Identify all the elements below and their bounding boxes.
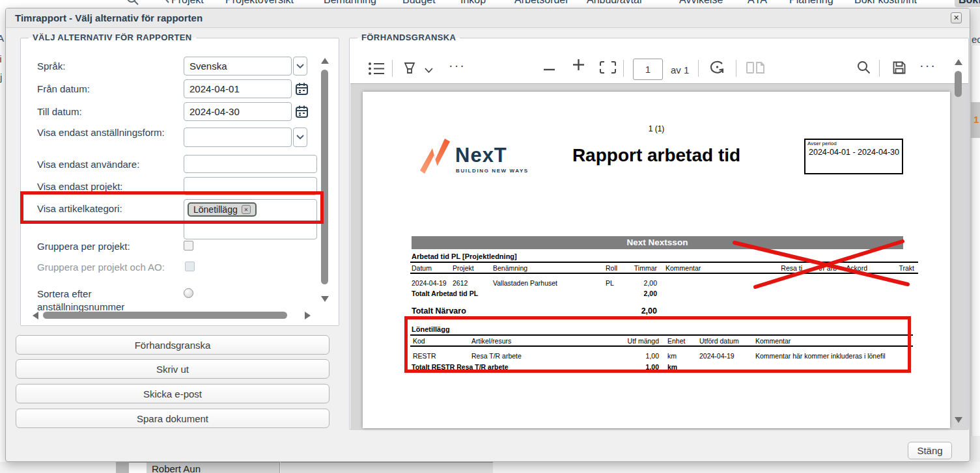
menu-item-projektoversikt[interactable]: Projektöversikt <box>225 0 294 7</box>
toolbar-divider <box>623 60 624 77</box>
from-date-label: Från datum: <box>37 83 90 96</box>
table-cell: 2024-04-19 <box>699 352 735 360</box>
col-header: Trakt <box>882 264 914 272</box>
col-header: Enhet <box>667 337 685 345</box>
attendance-total-value: 2,00 <box>618 306 657 316</box>
more-options-icon[interactable]: ··· <box>919 58 936 73</box>
menu-item-anbudavtal[interactable]: Anbud/avtal <box>587 0 642 7</box>
period-label: Avser period <box>807 141 837 146</box>
user-filter-input[interactable] <box>184 155 317 173</box>
menu-item-projekt[interactable]: Projekt <box>171 0 204 7</box>
tag-remove-icon[interactable]: ✕ <box>242 205 251 214</box>
zoom-in-icon[interactable] <box>573 59 584 72</box>
bg-fragment-left-1: A <box>0 33 4 44</box>
to-date-label: Till datum: <box>37 105 82 118</box>
table-cell: 2,00 <box>624 279 657 287</box>
options-vertical-scrollbar[interactable] <box>319 55 330 309</box>
from-date-input[interactable] <box>184 79 292 98</box>
col-header: Artikel/resurs <box>471 337 511 345</box>
menu-item-avvikelse[interactable]: Avvikelse <box>679 0 723 7</box>
bg-bottom-gap <box>129 462 147 473</box>
person-header-band: Next Nextsson <box>412 236 903 249</box>
sort-by-employment-radio[interactable] <box>184 288 193 298</box>
time-section-title: Arbetad tid PL [Projektledning] <box>412 252 517 260</box>
scrollbar-thumb[interactable] <box>955 71 962 97</box>
table-cell: Kommentar här kommer inkluderas i lönefi… <box>755 352 886 360</box>
menu-item-inkop[interactable]: Inköp <box>460 0 486 7</box>
page-count-label: av 1 <box>671 64 689 75</box>
col-header: Projekt <box>453 264 474 272</box>
scroll-up-icon[interactable] <box>321 58 329 64</box>
preview-vertical-scrollbar[interactable] <box>953 55 964 429</box>
scrollbar-thumb[interactable] <box>321 70 328 284</box>
scroll-down-icon[interactable] <box>321 296 329 302</box>
report-page-indicator: 1 (1) <box>363 124 950 133</box>
scrollbar-thumb[interactable] <box>43 312 287 319</box>
menu-item-planering[interactable]: Planering <box>789 0 833 7</box>
sort-by-employment-label: Sortera efter anställningsnummer <box>37 288 174 314</box>
col-header: t/r arb <box>804 264 837 272</box>
email-button[interactable]: Skicka e-post <box>16 384 329 403</box>
table-cell: 2612 <box>453 279 468 287</box>
page-number-input[interactable] <box>633 59 663 80</box>
calendar-icon[interactable] <box>295 105 309 118</box>
project-filter-input[interactable] <box>184 177 317 195</box>
bg-bottom-user-cell: Robert Aun <box>147 462 280 473</box>
menu-item-bemanning[interactable]: Bemanning <box>324 0 376 7</box>
options-horizontal-scrollbar[interactable] <box>31 310 315 321</box>
fit-page-icon[interactable] <box>599 61 617 76</box>
close-icon[interactable]: ✕ <box>951 12 962 23</box>
print-button[interactable]: Skriv ut <box>16 359 329 379</box>
save-icon[interactable] <box>892 61 906 77</box>
attendance-total-label: Totalt Närvaro <box>412 306 466 316</box>
toolbar-divider <box>736 60 736 77</box>
timrapport-dialog: Timrapport - Välj alternativ för rapport… <box>5 8 970 462</box>
scroll-up-icon[interactable] <box>955 59 962 65</box>
table-cell: RESTR <box>413 352 436 360</box>
employment-label: Visa endast anställningsform: <box>37 126 167 139</box>
employment-dropdown-button[interactable] <box>293 128 307 147</box>
calendar-icon[interactable] <box>295 82 309 96</box>
period-value: 2024-04-01 - 2024-04-30 <box>808 147 899 157</box>
group-project-checkbox[interactable] <box>184 241 193 250</box>
language-dropdown-button[interactable] <box>293 57 307 75</box>
to-date-input[interactable] <box>184 102 292 121</box>
language-select[interactable] <box>184 57 292 75</box>
col-header: Ackord <box>835 264 867 272</box>
partial-icon[interactable] <box>160 0 170 7</box>
search-icon[interactable] <box>126 0 140 7</box>
bg-fragment-right-text: ec <box>972 34 980 45</box>
two-page-view-icon[interactable] <box>746 61 764 77</box>
col-header: Utförd datum <box>699 337 739 345</box>
group-project-ao-checkbox[interactable] <box>185 262 195 271</box>
scroll-left-icon[interactable] <box>33 312 38 319</box>
pdf-viewer-area: 1 (1) NexT BUILDING NEW WAYS Rapport arb… <box>350 84 968 430</box>
preview-button[interactable]: Förhandsgranska <box>16 335 329 355</box>
close-dialog-button[interactable]: Stäng <box>908 442 952 459</box>
bg-fragment-left-2: ti <box>0 53 2 64</box>
category-filter-input[interactable]: Lönetillägg ✕ <box>184 199 317 239</box>
salary-total-unit: km <box>667 363 677 371</box>
menu-item-arbetsorder[interactable]: Arbetsorder <box>514 0 569 7</box>
salary-section-title: Lönetillägg <box>412 325 450 333</box>
chevron-down-icon <box>296 64 304 69</box>
bg-bottom-gray <box>281 462 493 473</box>
scroll-right-icon[interactable] <box>305 312 311 319</box>
toggle-sidebar-icon[interactable] <box>368 62 385 77</box>
more-tools-icon[interactable]: ··· <box>449 58 466 73</box>
time-total-value: 2,00 <box>624 290 657 297</box>
toolbar-divider <box>879 60 880 77</box>
menu-item-budget[interactable]: Budget <box>402 0 436 7</box>
col-header: Kommentar <box>665 264 701 272</box>
pen-dropdown-chevron-icon[interactable] <box>425 66 433 75</box>
employment-select[interactable] <box>184 128 292 147</box>
save-document-button[interactable]: Spara dokument <box>16 409 329 428</box>
zoom-out-icon[interactable] <box>544 63 555 73</box>
rotate-icon[interactable] <box>708 60 726 78</box>
search-icon[interactable] <box>857 61 871 76</box>
menu-item-ata[interactable]: ÄTA <box>748 0 767 7</box>
menu-item-bokf[interactable]: Bokf <box>955 0 980 7</box>
menu-item-bokf-kostn[interactable]: Bokf kostn/int <box>854 0 917 7</box>
scroll-down-icon[interactable] <box>955 417 962 423</box>
highlighter-pen-icon[interactable] <box>402 61 417 78</box>
